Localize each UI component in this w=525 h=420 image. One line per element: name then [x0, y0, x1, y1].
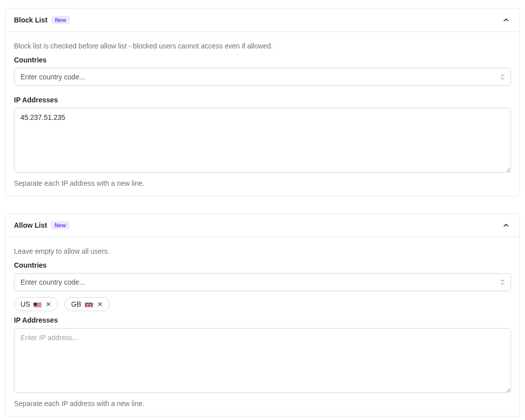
panel-allow-list: Allow List New Leave empty to allow all …	[5, 213, 520, 417]
flag-gb-icon	[85, 302, 93, 307]
svg-rect-4	[33, 306, 41, 307]
country-chip-label: US	[20, 300, 30, 308]
chevron-up-icon[interactable]	[501, 15, 511, 25]
badge-new: New	[51, 221, 69, 229]
label-ip-block: IP Addresses	[14, 96, 511, 104]
panel-header-allow[interactable]: Allow List New	[5, 214, 520, 237]
country-chip-label: GB	[71, 300, 81, 308]
svg-rect-12	[88, 303, 89, 307]
remove-chip-icon[interactable]	[45, 301, 52, 307]
combobox-countries-allow	[14, 273, 511, 291]
ip-textarea-block[interactable]	[14, 108, 511, 173]
ip-textarea-allow[interactable]	[14, 328, 511, 393]
svg-rect-6	[33, 303, 37, 306]
combobox-countries-block	[14, 68, 511, 86]
panel-title-block: Block List	[14, 16, 47, 24]
selected-countries-chips: USGB	[14, 297, 511, 311]
countries-input-allow[interactable]	[14, 273, 511, 291]
label-countries-block: Countries	[14, 56, 511, 64]
badge-new: New	[51, 16, 70, 24]
chevron-up-icon[interactable]	[501, 220, 511, 230]
panel-body-allow: Leave empty to allow all users. Countrie…	[5, 237, 520, 416]
panel-header-block[interactable]: Block List New	[5, 8, 520, 32]
panel-title-allow: Allow List	[14, 221, 47, 229]
panel-block-list: Block List New Block list is checked bef…	[5, 8, 520, 196]
svg-rect-13	[85, 305, 93, 306]
panel-body-block: Block list is checked before allow list …	[5, 32, 520, 196]
country-chip: GB	[64, 297, 109, 311]
hint-ip-block: Separate each IP address with a new line…	[14, 179, 511, 187]
flag-us-icon	[33, 302, 41, 307]
remove-chip-icon[interactable]	[96, 301, 103, 307]
hint-ip-allow: Separate each IP address with a new line…	[14, 400, 511, 408]
country-chip: US	[14, 297, 58, 311]
label-ip-allow: IP Addresses	[14, 316, 511, 324]
description-block: Block list is checked before allow list …	[14, 42, 511, 50]
countries-input-block[interactable]	[14, 68, 511, 86]
panel-header-left: Allow List New	[14, 221, 69, 229]
label-countries-allow: Countries	[14, 261, 511, 269]
panel-header-left: Block List New	[14, 16, 70, 24]
description-allow: Leave empty to allow all users.	[14, 247, 511, 255]
